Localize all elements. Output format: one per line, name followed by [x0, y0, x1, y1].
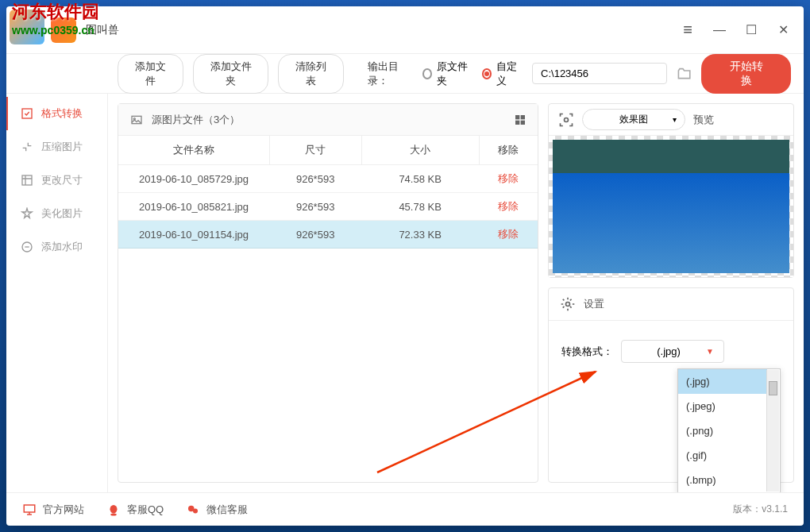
- toolbar: 添加文件 添加文件夹 清除列表 输出目录： 原文件夹 自定义 开始转换: [6, 54, 804, 94]
- format-selected: (.jpg): [657, 345, 681, 357]
- minimize-button[interactable]: —: [712, 22, 727, 38]
- radio-custom-folder[interactable]: 自定义: [482, 60, 523, 88]
- file-table: 文件名称 尺寸 大小 移除 2019-06-10_085729.jpg 926*…: [118, 136, 538, 249]
- qq-icon: [106, 503, 121, 517]
- convert-button[interactable]: 开始转换: [701, 54, 791, 94]
- footer-wechat[interactable]: 微信客服: [186, 503, 248, 517]
- cell-name: 2019-06-10_091154.jpg: [118, 221, 269, 249]
- sidebar-item-beautify[interactable]: 美化图片: [6, 197, 107, 230]
- sidebar-item-format[interactable]: 格式转换: [6, 97, 107, 130]
- sidebar-item-label: 格式转换: [41, 106, 83, 121]
- footer-website[interactable]: 官方网站: [22, 503, 84, 517]
- maximize-button[interactable]: ☐: [743, 22, 759, 38]
- col-size: 尺寸: [269, 136, 361, 165]
- footer-label: 官方网站: [43, 503, 84, 517]
- browse-folder-icon[interactable]: [677, 66, 692, 82]
- cell-name: 2019-06-10_085729.jpg: [118, 165, 269, 193]
- remove-link[interactable]: 移除: [498, 200, 519, 212]
- sidebar-item-label: 添加水印: [41, 240, 83, 254]
- remove-link[interactable]: 移除: [498, 172, 519, 184]
- remove-link[interactable]: 移除: [498, 228, 519, 240]
- col-filesize: 大小: [361, 136, 479, 165]
- footer-label: 微信客服: [206, 503, 248, 517]
- sidebar-item-label: 美化图片: [41, 206, 83, 221]
- watermark-icon: [21, 241, 33, 253]
- gear-icon: [560, 296, 576, 312]
- sidebar-item-label: 更改尺寸: [41, 173, 83, 187]
- cell-filesize: 45.78 KB: [361, 193, 479, 221]
- dropdown-option[interactable]: (.jpg): [678, 369, 767, 394]
- wechat-icon: [186, 503, 200, 517]
- svg-rect-1: [22, 175, 32, 185]
- preview-thumbnail: [553, 140, 789, 273]
- menu-icon[interactable]: ≡: [680, 22, 696, 38]
- watermark-text: 河东软件园: [12, 0, 99, 24]
- svg-point-13: [110, 513, 117, 515]
- sidebar-item-watermark[interactable]: 添加水印: [6, 230, 107, 264]
- format-dropdown[interactable]: (.jpg) ▼: [621, 340, 724, 363]
- preview-image: [549, 136, 793, 277]
- format-label: 转换格式：: [561, 345, 613, 359]
- svg-rect-6: [521, 115, 525, 119]
- table-row[interactable]: 2019-06-10_085729.jpg 926*593 74.58 KB 移…: [118, 165, 538, 193]
- resize-icon: [21, 174, 33, 187]
- radio-original-folder[interactable]: 原文件夹: [422, 60, 472, 88]
- effect-dropdown[interactable]: 效果图: [582, 109, 685, 130]
- table-row[interactable]: 2019-06-10_091154.jpg 926*593 72.33 KB 移…: [118, 221, 538, 249]
- svg-point-15: [193, 508, 198, 513]
- format-icon: [21, 107, 33, 120]
- annotation-arrow: [373, 365, 604, 476]
- format-dropdown-list: (.jpg) (.jpeg) (.png) (.gif) (.bmp): [677, 368, 781, 492]
- radio-label: 自定义: [496, 60, 523, 88]
- add-folder-button[interactable]: 添加文件夹: [193, 54, 268, 94]
- version-label: 版本：v3.1.1: [733, 503, 788, 516]
- radio-icon: [482, 68, 492, 79]
- svg-rect-8: [521, 120, 525, 124]
- svg-rect-7: [515, 120, 519, 124]
- watermark-url: www.pc0359.cn: [12, 24, 99, 37]
- clear-list-button[interactable]: 清除列表: [278, 54, 344, 94]
- dropdown-option[interactable]: (.gif): [678, 443, 767, 468]
- beautify-icon: [21, 207, 33, 220]
- effect-label: 效果图: [619, 113, 648, 126]
- sidebar-item-compress[interactable]: 压缩图片: [6, 130, 107, 164]
- dropdown-option[interactable]: (.jpeg): [678, 394, 767, 418]
- add-file-button[interactable]: 添加文件: [118, 54, 183, 94]
- caret-down-icon: ▼: [706, 347, 714, 356]
- compress-icon: [21, 141, 33, 153]
- dropdown-option[interactable]: (.bmp): [678, 468, 767, 492]
- sidebar-item-label: 压缩图片: [41, 140, 83, 154]
- dropdown-option[interactable]: (.png): [678, 418, 767, 443]
- table-row[interactable]: 2019-06-10_085821.jpg 926*593 45.78 KB 移…: [118, 193, 538, 221]
- output-path-input[interactable]: [532, 63, 667, 84]
- cell-filesize: 74.58 KB: [361, 165, 479, 193]
- svg-point-12: [110, 505, 118, 514]
- image-icon: [129, 114, 144, 126]
- watermark: 河东软件园 www.pc0359.cn: [12, 0, 99, 37]
- col-remove: 移除: [479, 136, 538, 165]
- file-panel-title: 源图片文件（3个）: [152, 113, 514, 127]
- output-label: 输出目录：: [368, 60, 413, 88]
- preview-panel: 效果图 预览: [548, 103, 794, 278]
- grid-view-icon[interactable]: [514, 114, 526, 126]
- cell-size: 926*593: [269, 165, 361, 193]
- sidebar-item-resize[interactable]: 更改尺寸: [6, 164, 107, 197]
- footer-qq[interactable]: 客服QQ: [106, 503, 164, 517]
- svg-point-10: [566, 303, 570, 306]
- cell-size: 926*593: [269, 221, 361, 249]
- svg-rect-11: [24, 505, 35, 512]
- radio-icon: [422, 68, 433, 79]
- sidebar: 格式转换 压缩图片 更改尺寸 美化图片 添加水印: [6, 94, 108, 492]
- dropdown-scrollbar[interactable]: [766, 370, 779, 492]
- close-button[interactable]: ✕: [775, 22, 791, 38]
- svg-point-9: [565, 118, 569, 121]
- preview-label: 预览: [693, 113, 714, 127]
- focus-icon: [558, 112, 574, 128]
- svg-rect-0: [22, 109, 32, 118]
- footer-label: 客服QQ: [127, 503, 164, 517]
- cell-filesize: 72.33 KB: [361, 221, 479, 249]
- col-name: 文件名称: [118, 136, 269, 165]
- settings-title: 设置: [584, 297, 604, 311]
- svg-rect-5: [515, 115, 519, 119]
- titlebar: 图叫兽 ≡ — ☐ ✕: [6, 6, 804, 54]
